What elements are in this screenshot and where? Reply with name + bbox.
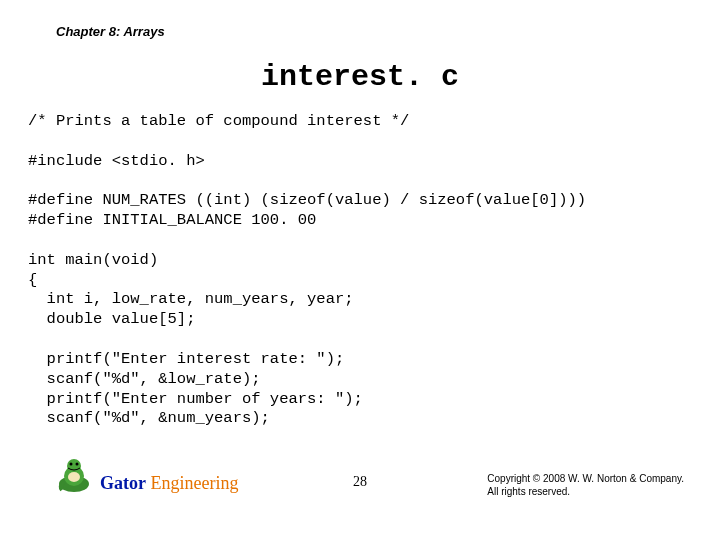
copyright: Copyright © 2008 W. W. Norton & Company.… (487, 473, 684, 498)
svg-point-3 (70, 463, 73, 466)
copyright-line-2: All rights reserved. (487, 486, 684, 499)
svg-point-2 (67, 459, 81, 473)
copyright-line-1: Copyright © 2008 W. W. Norton & Company. (487, 473, 684, 486)
footer: Gator Engineering 28 Copyright © 2008 W.… (0, 478, 720, 518)
svg-point-4 (76, 463, 79, 466)
code-block: /* Prints a table of compound interest *… (28, 112, 700, 429)
slide-title: interest. c (0, 60, 720, 94)
chapter-header: Chapter 8: Arrays (56, 24, 165, 39)
